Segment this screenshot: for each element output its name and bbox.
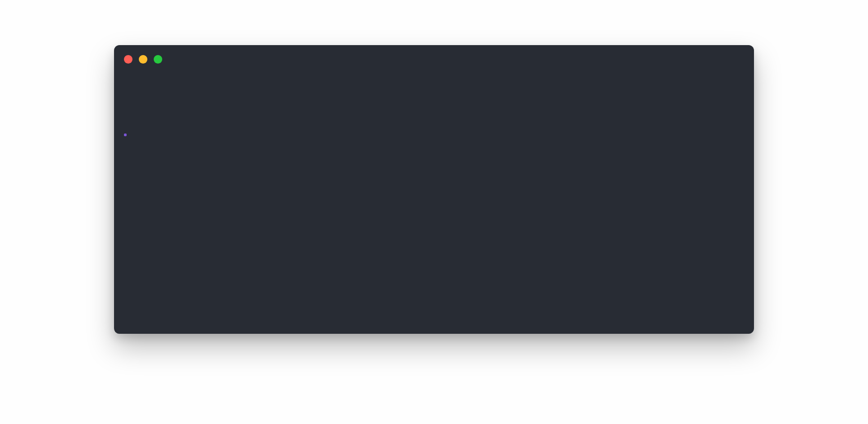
code-editor[interactable] xyxy=(124,80,744,324)
minimize-icon[interactable] xyxy=(139,55,147,64)
close-icon[interactable] xyxy=(124,55,132,64)
window-traffic-lights xyxy=(124,55,162,64)
zoom-icon[interactable] xyxy=(154,55,162,64)
highlight-annotation xyxy=(124,134,127,136)
code-window xyxy=(114,45,754,334)
